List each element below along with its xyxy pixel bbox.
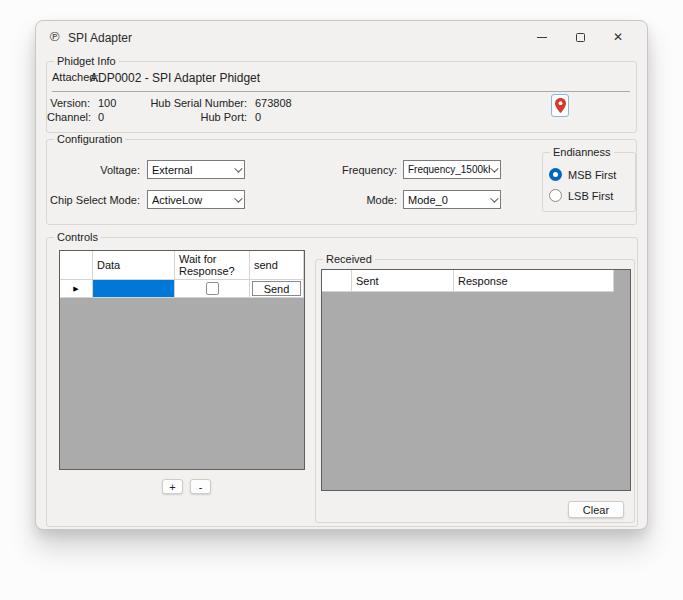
chip-select-mode-label: Chip Select Mode:	[47, 194, 140, 206]
send-button[interactable]: Send	[252, 281, 301, 296]
add-row-button[interactable]: +	[162, 479, 183, 494]
msb-first-label: MSB First	[568, 169, 616, 181]
chip-select-mode-select[interactable]: ActiveLow	[147, 190, 245, 209]
data-column-header[interactable]: Data	[93, 251, 175, 280]
locate-button[interactable]	[551, 94, 569, 117]
empty-grid-area	[322, 292, 630, 490]
controls-group: Controls Data Wait for Response? send ▶ …	[46, 237, 638, 527]
radio-selected-icon	[549, 168, 562, 181]
close-button[interactable]: ✕	[599, 21, 637, 53]
received-grid[interactable]: Sent Response	[321, 269, 631, 491]
title-bar[interactable]: ℗ SPI Adapter ✕	[36, 21, 647, 53]
mode-label: Mode:	[297, 194, 397, 206]
configuration-label: Configuration	[54, 133, 125, 146]
msb-first-radio[interactable]: MSB First	[549, 168, 616, 181]
sent-column-header[interactable]: Sent	[352, 270, 454, 292]
phidget-info-label: Phidget Info	[54, 55, 119, 68]
endianness-group: Endianness MSB First LSB First	[542, 152, 636, 212]
minimize-button[interactable]	[523, 21, 561, 53]
frequency-value: Frequency_1500kHz	[408, 164, 490, 175]
spi-adapter-window: ℗ SPI Adapter ✕ Phidget Info Attached: A…	[35, 20, 648, 530]
clear-button[interactable]: Clear	[568, 501, 624, 518]
received-group: Received Sent Response Clear	[315, 259, 635, 523]
controls-label: Controls	[54, 231, 101, 244]
lsb-first-radio[interactable]: LSB First	[549, 189, 613, 202]
empty-grid-area	[60, 298, 304, 469]
minimize-icon	[537, 37, 547, 38]
received-label: Received	[323, 253, 375, 266]
hub-serial-label: Hub Serial Number:	[107, 97, 247, 109]
voltage-value: External	[152, 164, 234, 176]
send-cell: Send	[250, 280, 304, 298]
voltage-label: Voltage:	[47, 164, 140, 176]
send-column-header[interactable]: send	[250, 251, 304, 280]
endianness-label: Endianness	[550, 146, 614, 159]
hub-port-value: 0	[255, 111, 261, 123]
hub-serial-value: 673808	[255, 97, 292, 109]
hub-port-label: Hub Port:	[107, 111, 247, 123]
send-data-grid[interactable]: Data Wait for Response? send ▶ Send	[59, 250, 305, 470]
wait-for-response-cell	[175, 280, 250, 298]
channel-label: Channel:	[47, 111, 90, 123]
close-icon: ✕	[613, 31, 623, 43]
chevron-down-icon	[490, 164, 498, 172]
grid-corner-header	[60, 251, 93, 280]
frequency-select[interactable]: Frequency_1500kHz	[403, 160, 501, 179]
map-pin-icon	[555, 98, 566, 113]
mode-select[interactable]: Mode_0	[403, 190, 501, 209]
info-separator	[52, 91, 630, 92]
maximize-button[interactable]	[561, 21, 599, 53]
radio-unselected-icon	[549, 189, 562, 202]
phidgets-logo-icon: ℗	[47, 29, 62, 44]
wait-for-response-checkbox[interactable]	[206, 282, 219, 295]
lsb-first-label: LSB First	[568, 190, 613, 202]
version-label: Version:	[47, 97, 90, 109]
channel-value: 0	[98, 111, 104, 123]
header-filler	[614, 270, 630, 292]
row-selector[interactable]: ▶	[60, 280, 93, 298]
remove-row-button[interactable]: -	[190, 479, 211, 494]
data-cell-input[interactable]	[93, 280, 175, 298]
response-column-header[interactable]: Response	[454, 270, 614, 292]
mode-value: Mode_0	[408, 194, 490, 206]
phidget-info-group: Phidget Info Attached: ADP0002 - SPI Ada…	[46, 61, 637, 133]
chevron-down-icon	[490, 194, 498, 202]
current-row-arrow-icon: ▶	[73, 285, 78, 292]
attached-value: ADP0002 - SPI Adapter Phidget	[90, 71, 260, 85]
chevron-down-icon	[234, 194, 242, 202]
maximize-icon	[576, 33, 585, 42]
grid-corner-header	[322, 270, 352, 292]
chip-select-mode-value: ActiveLow	[152, 194, 234, 206]
frequency-label: Frequency:	[297, 164, 397, 176]
voltage-select[interactable]: External	[147, 160, 245, 179]
table-row: ▶ Send	[60, 280, 304, 298]
chevron-down-icon	[234, 164, 242, 172]
wait-for-response-column-header[interactable]: Wait for Response?	[175, 251, 250, 280]
configuration-group: Configuration Voltage: External Chip Sel…	[46, 139, 637, 225]
window-title: SPI Adapter	[68, 31, 132, 45]
